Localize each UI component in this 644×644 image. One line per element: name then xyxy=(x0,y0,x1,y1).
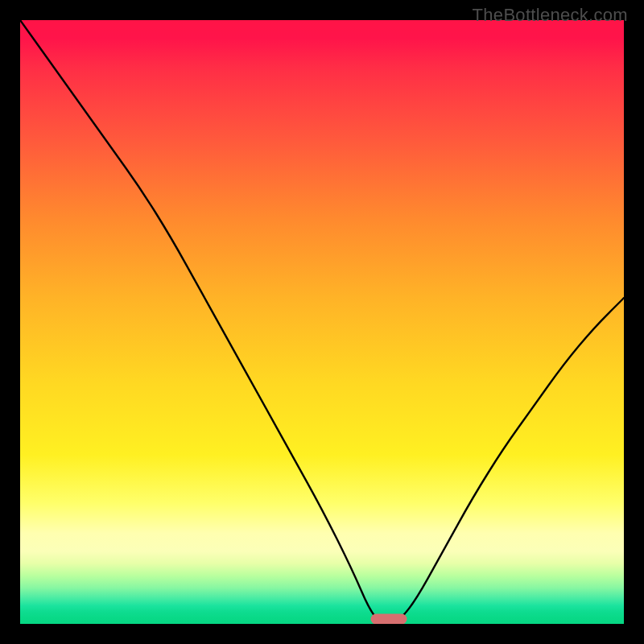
optimum-marker xyxy=(370,614,407,625)
plot-area xyxy=(20,20,624,624)
bottleneck-curve xyxy=(20,20,624,624)
chart-frame: TheBottleneck.com xyxy=(0,0,644,644)
watermark-text: TheBottleneck.com xyxy=(473,5,628,26)
